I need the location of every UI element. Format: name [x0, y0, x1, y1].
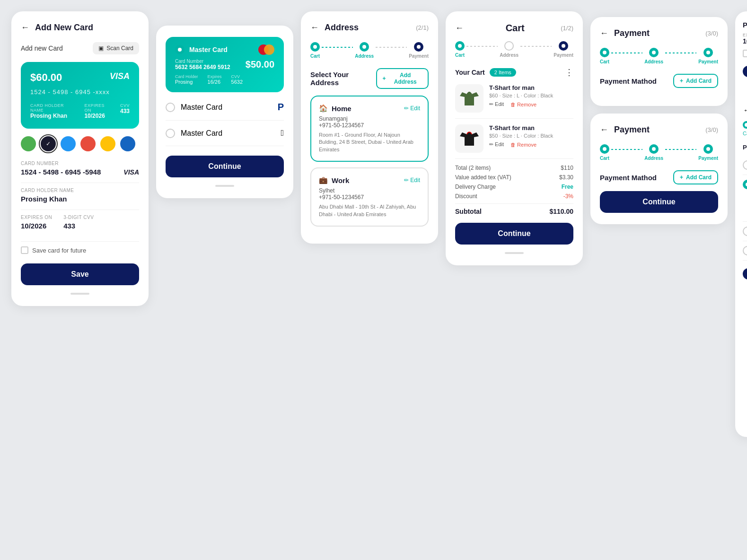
- scan-card-button[interactable]: ▣ Scan Card: [93, 42, 139, 54]
- right-radio-master-3[interactable]: [743, 246, 747, 255]
- right-radio-master[interactable]: [743, 180, 747, 189]
- right-master-selected[interactable]: Master C Card Number 5632 5684 2649 5 Ca…: [743, 175, 747, 222]
- remove-item-1-button[interactable]: 🗑 Remove: [510, 101, 536, 107]
- right-master-2-option[interactable]: Master C: [743, 222, 747, 241]
- payment-cart-step-bar: Cart Address Payment: [600, 144, 718, 161]
- holder-detail-value: Prosing: [175, 79, 198, 85]
- home-edit-link[interactable]: ✏ Edit: [404, 105, 420, 112]
- back-arrow-icon[interactable]: ←: [21, 23, 29, 33]
- add-card-button[interactable]: + Add Card: [673, 74, 718, 88]
- color-yellow[interactable]: [100, 136, 115, 151]
- pc-step-label-cart: Cart: [600, 156, 609, 161]
- pc-step-label-address: Address: [644, 156, 663, 161]
- right-master-3-option[interactable]: Master C: [743, 241, 747, 261]
- expires-form-label: EXPIRES ON: [21, 215, 52, 220]
- edit-item-1-button[interactable]: ✏ Edit: [489, 101, 504, 107]
- cart-item-2-info: T-Shart for man $50 · Size : L · Color :…: [489, 124, 573, 148]
- add-card-panel: ← Add New Card Add new Card ▣ Scan Card …: [11, 11, 149, 306]
- holder-section: CARD HOLDER NAME Prosing Khan: [21, 188, 139, 203]
- color-dark[interactable]: ✓: [41, 136, 56, 151]
- cart-step-label-payment: Payment: [554, 52, 573, 58]
- cart-totals: Total (2 items) $110 Value added tex (VA…: [455, 165, 573, 215]
- payment-bottom-page: (3/0): [705, 30, 718, 37]
- select-card-panel: Master Card Card Number 5632 5684 2649 5…: [156, 26, 293, 198]
- edit-item-2-button[interactable]: ✏ Edit: [489, 141, 504, 148]
- step-line-2: [376, 47, 407, 48]
- remove-item-2-button[interactable]: 🗑 Remove: [510, 141, 536, 148]
- cvv-label: CVV: [120, 103, 130, 108]
- save-button[interactable]: Save: [21, 263, 139, 285]
- cart-step-label-cart: Cart: [455, 52, 465, 58]
- card-option-paypal[interactable]: Master Card P: [166, 94, 284, 121]
- right-save-checkbox[interactable]: [743, 50, 747, 57]
- payment-cart-continue-button[interactable]: Continue: [600, 191, 718, 213]
- step-cart: Cart: [310, 42, 320, 59]
- color-green[interactable]: [21, 136, 36, 151]
- color-red[interactable]: [80, 136, 96, 151]
- payment-cart-add-card-button[interactable]: + Add Card: [673, 170, 718, 184]
- select-address-label: Select Your Address: [310, 70, 376, 87]
- holder-detail-label: Card Holder: [175, 74, 198, 79]
- mastercard-icon: [258, 44, 274, 55]
- cart-item-2: T-Shart for man $50 · Size : L · Color :…: [455, 124, 573, 159]
- right-continue-button[interactable]: [743, 268, 747, 280]
- right-radio-master-2[interactable]: [743, 227, 747, 236]
- payment-cart-back[interactable]: ←: [600, 125, 608, 135]
- cart-step-line-2: [520, 46, 552, 47]
- right-cart-section: ← Cart: [743, 105, 747, 136]
- color-navy[interactable]: [120, 136, 135, 151]
- right-back-arrow[interactable]: ←: [743, 105, 747, 115]
- radio-selected[interactable]: [175, 45, 185, 54]
- pc-step-circle-cart: [600, 144, 609, 154]
- cart-step-circle-payment: [559, 41, 568, 51]
- card-amount-value: $50.00: [246, 59, 274, 70]
- pb-step-circle-payment: [703, 48, 713, 57]
- total-row-subtotal: Subtotal $110.00: [455, 203, 573, 215]
- work-edit-link[interactable]: ✏ Edit: [404, 177, 420, 184]
- address-home-card[interactable]: 🏠 Home ✏ Edit Sunamganj+971-50-1234567 R…: [310, 96, 429, 162]
- plus-icon-3: +: [680, 174, 683, 181]
- radio-apple[interactable]: [166, 129, 175, 138]
- right-cart-row: [743, 121, 747, 129]
- address-work-card[interactable]: 💼 Work ✏ Edit Sylhet+971-50-1234567 Abu …: [310, 167, 429, 227]
- cart-scroll-indicator: [505, 252, 524, 254]
- pb-step-line-2: [665, 52, 696, 53]
- selected-card-header: Master Card: [175, 44, 274, 55]
- right-payment-method-title: Payment Matho: [743, 144, 747, 151]
- total-items-label: Total (2 items): [455, 165, 491, 171]
- card-option-apple[interactable]: Master Card : [166, 121, 284, 146]
- cart-back-arrow[interactable]: ←: [455, 23, 464, 33]
- expires-detail-value: 16/26: [208, 79, 222, 85]
- card-option-left-apple: Master Card: [166, 129, 222, 138]
- address-panel: ← Address (2/1) Cart Address Payment Sel…: [301, 11, 438, 244]
- paypal-icon: P: [278, 102, 284, 113]
- payment-bottom-back[interactable]: ←: [600, 28, 608, 38]
- cart-continue-button[interactable]: Continue: [455, 223, 573, 245]
- cvv-detail-label: CVV: [231, 74, 243, 79]
- add-address-button[interactable]: + Add Address: [376, 68, 429, 89]
- radio-paypal[interactable]: [166, 103, 175, 112]
- step-bar: Cart Address Payment: [310, 42, 429, 59]
- cart-step-line-1: [466, 46, 498, 47]
- three-dot-menu[interactable]: ⋮: [565, 67, 573, 78]
- your-cart-label: Your Cart: [455, 69, 485, 76]
- teal-card: VISA $60.00 1524 - 5498 - 6945 -xxxx CAR…: [21, 62, 139, 129]
- right-panel-button[interactable]: [743, 66, 747, 77]
- save-card-checkbox[interactable]: [21, 246, 28, 254]
- plus-icon: +: [383, 75, 386, 82]
- discount-label: Discount: [455, 193, 477, 200]
- payment-cart-header: ← Payment (3/0): [600, 125, 718, 135]
- continue-button[interactable]: Continue: [166, 156, 284, 177]
- color-blue[interactable]: [61, 136, 76, 151]
- payment-cart-title: Payment: [614, 125, 650, 135]
- holder-form-label: CARD HOLDER NAME: [21, 188, 139, 193]
- payment-cart-method-label: Payment Mathod: [600, 174, 657, 182]
- expires-detail-label: Expires: [208, 74, 222, 79]
- right-cash-on-option[interactable]: Cash On: [743, 156, 747, 175]
- right-radio-cash[interactable]: [743, 160, 747, 170]
- pc-step-address: Address: [644, 144, 663, 161]
- address-back-arrow[interactable]: ←: [310, 23, 319, 33]
- step-circle-address: [360, 42, 369, 52]
- payment-method-header: Payment Mathod + Add Card: [600, 74, 718, 88]
- cart-title: Cart: [506, 23, 525, 34]
